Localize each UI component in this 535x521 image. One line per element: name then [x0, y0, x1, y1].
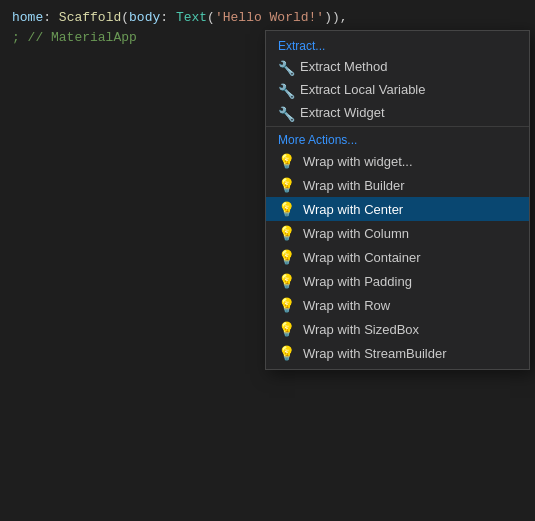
- menu-item-wrap-streambuilder[interactable]: 💡 Wrap with StreamBuilder: [266, 341, 529, 365]
- bulb-icon-2: 💡: [278, 177, 295, 193]
- bulb-icon-7: 💡: [278, 297, 295, 313]
- menu-item-extract-local-variable[interactable]: 🔧 Extract Local Variable: [266, 78, 529, 101]
- menu-item-wrap-row[interactable]: 💡 Wrap with Row: [266, 293, 529, 317]
- menu-item-wrap-sizedbox-label: Wrap with SizedBox: [303, 322, 419, 337]
- menu-item-wrap-widget-label: Wrap with widget...: [303, 154, 413, 169]
- token-scaffold: Scaffold: [59, 8, 121, 28]
- menu-item-extract-method[interactable]: 🔧 Extract Method: [266, 55, 529, 78]
- menu-item-wrap-container[interactable]: 💡 Wrap with Container: [266, 245, 529, 269]
- bulb-icon-9: 💡: [278, 345, 295, 361]
- menu-item-wrap-sizedbox[interactable]: 💡 Wrap with SizedBox: [266, 317, 529, 341]
- bulb-icon-1: 💡: [278, 153, 295, 169]
- menu-item-wrap-column-label: Wrap with Column: [303, 226, 409, 241]
- context-menu: Extract... 🔧 Extract Method 🔧 Extract Lo…: [265, 30, 530, 370]
- wrench-icon-3: 🔧: [278, 106, 292, 120]
- bulb-icon-8: 💡: [278, 321, 295, 337]
- menu-divider: [266, 126, 529, 127]
- section-more-actions-label: More Actions...: [266, 129, 529, 149]
- menu-item-wrap-center[interactable]: 💡 Wrap with Center: [266, 197, 529, 221]
- menu-item-wrap-padding[interactable]: 💡 Wrap with Padding: [266, 269, 529, 293]
- token-home: home: [12, 8, 43, 28]
- menu-item-wrap-streambuilder-label: Wrap with StreamBuilder: [303, 346, 447, 361]
- wrench-icon: 🔧: [278, 60, 292, 74]
- menu-item-wrap-padding-label: Wrap with Padding: [303, 274, 412, 289]
- code-line-1: home: Scaffold(body: Text('Hello World!'…: [12, 8, 523, 28]
- menu-item-wrap-widget[interactable]: 💡 Wrap with widget...: [266, 149, 529, 173]
- menu-item-extract-widget[interactable]: 🔧 Extract Widget: [266, 101, 529, 124]
- menu-item-extract-local-variable-label: Extract Local Variable: [300, 82, 426, 97]
- bulb-icon-6: 💡: [278, 273, 295, 289]
- token-text-class: Text: [176, 8, 207, 28]
- menu-item-extract-widget-label: Extract Widget: [300, 105, 385, 120]
- menu-item-wrap-builder[interactable]: 💡 Wrap with Builder: [266, 173, 529, 197]
- bulb-icon-3: 💡: [278, 201, 295, 217]
- menu-item-wrap-container-label: Wrap with Container: [303, 250, 421, 265]
- menu-item-extract-method-label: Extract Method: [300, 59, 387, 74]
- token-comment: ; // MaterialApp: [12, 28, 137, 48]
- section-extract-label: Extract...: [266, 35, 529, 55]
- bulb-icon-5: 💡: [278, 249, 295, 265]
- menu-item-wrap-column[interactable]: 💡 Wrap with Column: [266, 221, 529, 245]
- wrench-icon-2: 🔧: [278, 83, 292, 97]
- menu-item-wrap-row-label: Wrap with Row: [303, 298, 390, 313]
- menu-item-wrap-builder-label: Wrap with Builder: [303, 178, 405, 193]
- bulb-icon-4: 💡: [278, 225, 295, 241]
- menu-item-wrap-center-label: Wrap with Center: [303, 202, 403, 217]
